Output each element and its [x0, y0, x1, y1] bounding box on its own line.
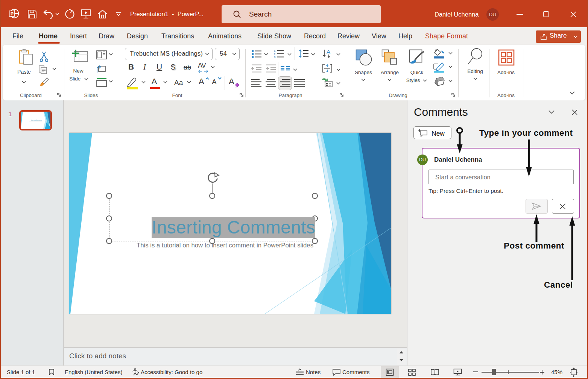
svg-text:P: P — [11, 11, 14, 17]
svg-text:Inserting Comments: Inserting Comments — [31, 120, 42, 121]
svg-text:A: A — [327, 49, 330, 55]
svg-text:3: 3 — [274, 56, 276, 58]
